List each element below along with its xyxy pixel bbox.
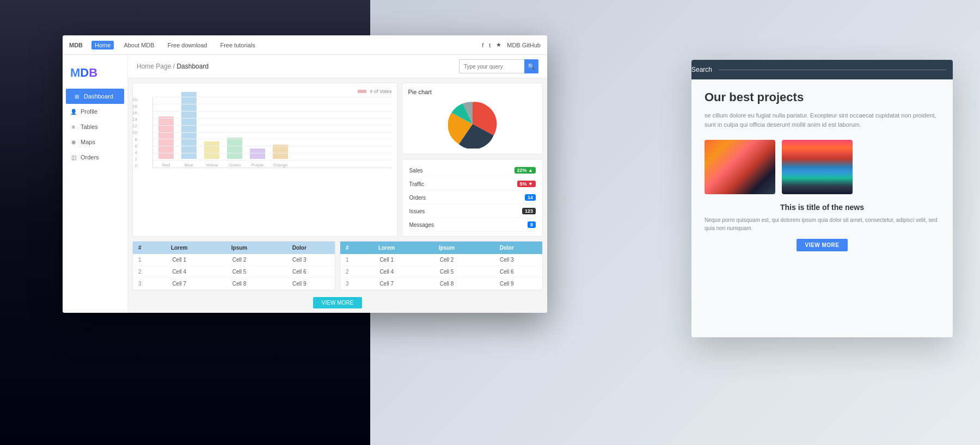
search-input[interactable]: [459, 59, 524, 73]
table-1: # Lorem Ipsum Dolor 1 Cell 1 Cell 2 Cell…: [132, 241, 335, 291]
breadcrumb-current: Dashboard: [176, 63, 209, 70]
nav-item-tutorials[interactable]: Free tutorials: [217, 41, 258, 50]
stats-item-sales: Sales 22% ▲: [409, 164, 536, 177]
stats-label-orders: Orders: [409, 195, 426, 201]
bar-chart-container: # of Votes: [132, 83, 397, 237]
view-more-section: VIEW MORE: [128, 297, 547, 308]
maps-icon: ⊕: [70, 139, 77, 145]
sidebar-item-orders[interactable]: ◫ Orders: [63, 150, 127, 165]
article-body-text: Neque porro quisquam est, qui dolorem ip…: [705, 216, 940, 232]
news-images-section: [705, 140, 940, 194]
lake-image-placeholder: [782, 140, 853, 194]
nav-items-list: Home About MDB Free download Free tutori…: [91, 41, 482, 50]
stats-badge-traffic: 5% ▼: [517, 181, 536, 187]
stats-badge-sales: 22% ▲: [514, 167, 536, 174]
th-1-dolor: Dolor: [270, 245, 329, 251]
th-2-hash: #: [346, 245, 357, 251]
news-window: Search Our best projects se cillum dolor…: [691, 60, 953, 337]
th-2-ipsum: Ipsum: [416, 245, 476, 251]
stats-badge-messages: 8: [528, 221, 536, 228]
nav-social-links: f t ★ MDB GitHub: [482, 41, 541, 48]
stats-item-issues: Issues 123: [409, 205, 536, 218]
news-topbar: Search: [691, 60, 953, 79]
nav-item-about[interactable]: About MDB: [120, 41, 157, 50]
stats-item-messages: Messages 8: [409, 218, 536, 232]
th-1-ipsum: Ipsum: [209, 245, 269, 251]
dashboard-icon: ⊞: [74, 93, 80, 100]
article-title: This is title of the news: [705, 203, 940, 212]
sidebar-item-label-profile: Profile: [81, 108, 97, 115]
stats-label-messages: Messages: [409, 222, 434, 228]
news-main-title: Our best projects: [705, 90, 940, 104]
content-header: Home Page / Dashboard 🔍: [128, 55, 547, 78]
news-content-area: Our best projects se cillum dolore eu fu…: [691, 79, 953, 337]
stats-list: Sales 22% ▲ Traffic 5% ▼ Orders 14 Iss: [402, 159, 543, 237]
right-charts-section: Pie chart: [402, 83, 543, 237]
stats-item-traffic: Traffic 5% ▼: [409, 177, 536, 191]
legend-label: # of Votes: [370, 89, 391, 94]
stats-label-sales: Sales: [409, 168, 422, 174]
sunset-image-placeholder: [705, 140, 775, 194]
view-more-bottom-button[interactable]: VIEW MORE: [313, 297, 362, 308]
news-image-lake: [782, 140, 853, 194]
stats-label-traffic: Traffic: [409, 181, 424, 187]
github-link[interactable]: MDB GitHub: [507, 42, 541, 48]
table-row: 3 Cell 7 Cell 8 Cell 9: [340, 278, 542, 290]
breadcrumb: Home Page / Dashboard: [137, 63, 209, 70]
stats-label-issues: Issues: [409, 208, 425, 214]
th-1-lorem: Lorem: [149, 245, 209, 251]
sidebar-item-maps[interactable]: ⊕ Maps: [63, 134, 127, 150]
sidebar-item-dashboard[interactable]: ⊞ Dashboard: [66, 89, 124, 104]
pie-chart-title: Pie chart: [408, 89, 431, 95]
tables-icon: ≡: [70, 123, 77, 130]
table-row: 2 Cell 4 Cell 5 Cell 6: [133, 266, 335, 278]
top-navigation: MDB Home About MDB Free download Free tu…: [63, 35, 547, 55]
view-more-section: VIEW MORE: [705, 239, 940, 251]
facebook-icon[interactable]: f: [482, 42, 483, 48]
main-content: Home Page / Dashboard 🔍 # of Votes: [128, 55, 547, 313]
th-1-hash: #: [138, 245, 149, 251]
nav-item-home[interactable]: Home: [91, 41, 114, 50]
github-icon[interactable]: ★: [496, 41, 501, 48]
sidebar-item-label-tables: Tables: [81, 123, 98, 130]
news-topbar-label: Search: [691, 66, 712, 73]
nav-brand: MDB: [69, 42, 83, 48]
stats-item-orders: Orders 14: [409, 191, 536, 205]
stats-badge-issues: 123: [522, 208, 536, 214]
table-row: 2 Cell 4 Cell 5 Cell 6: [340, 266, 542, 278]
stats-badge-orders: 14: [525, 194, 536, 201]
chart-legend: # of Votes: [138, 89, 391, 94]
bar-chart: Red Blue Yellow: [152, 97, 391, 168]
th-2-lorem: Lorem: [357, 245, 416, 251]
sidebar: MDB ⊞ Dashboard 👤 Profile ≡ Tables ⊕ Map…: [63, 55, 128, 313]
th-2-dolor: Dolor: [477, 245, 537, 251]
table-row: 1 Cell 1 Cell 2 Cell 3: [133, 254, 335, 266]
sidebar-item-label-orders: Orders: [81, 154, 99, 160]
news-body-text: se cillum dolore eu fugiat nulla pariatu…: [705, 111, 940, 129]
breadcrumb-home: Home Page: [137, 63, 171, 70]
chart-grid: [153, 97, 391, 168]
table-row: 1 Cell 1 Cell 2 Cell 3: [340, 254, 542, 266]
main-layout: MDB ⊞ Dashboard 👤 Profile ≡ Tables ⊕ Map…: [63, 55, 547, 313]
nav-item-download[interactable]: Free download: [164, 41, 211, 50]
legend-color-box: [358, 90, 366, 93]
mdb-logo: MDB: [63, 59, 127, 89]
news-image-sunset: [705, 140, 775, 194]
table-2: # Lorem Ipsum Dolor 1 Cell 1 Cell 2 Cell…: [340, 241, 543, 291]
table-row: 3 Cell 7 Cell 8 Cell 9: [133, 278, 335, 290]
search-box: 🔍: [459, 59, 538, 73]
sidebar-item-tables[interactable]: ≡ Tables: [63, 119, 127, 134]
charts-section: # of Votes: [128, 78, 547, 241]
pie-chart-svg: [448, 100, 497, 149]
search-button[interactable]: 🔍: [524, 59, 538, 73]
sidebar-item-label-dashboard: Dashboard: [84, 93, 113, 100]
sidebar-item-profile[interactable]: 👤 Profile: [63, 104, 127, 119]
twitter-icon[interactable]: t: [489, 42, 491, 48]
tables-section: # Lorem Ipsum Dolor 1 Cell 1 Cell 2 Cell…: [128, 241, 547, 295]
view-more-button[interactable]: VIEW MORE: [797, 239, 848, 251]
sidebar-item-label-maps: Maps: [81, 139, 95, 145]
table-1-header: # Lorem Ipsum Dolor: [133, 242, 335, 254]
mdb-dashboard-window: MDB Home About MDB Free download Free tu…: [63, 35, 547, 313]
table-2-header: # Lorem Ipsum Dolor: [340, 242, 542, 254]
y-axis: 20 18 16 14 12 10 8 6 4 2 0: [128, 97, 137, 168]
